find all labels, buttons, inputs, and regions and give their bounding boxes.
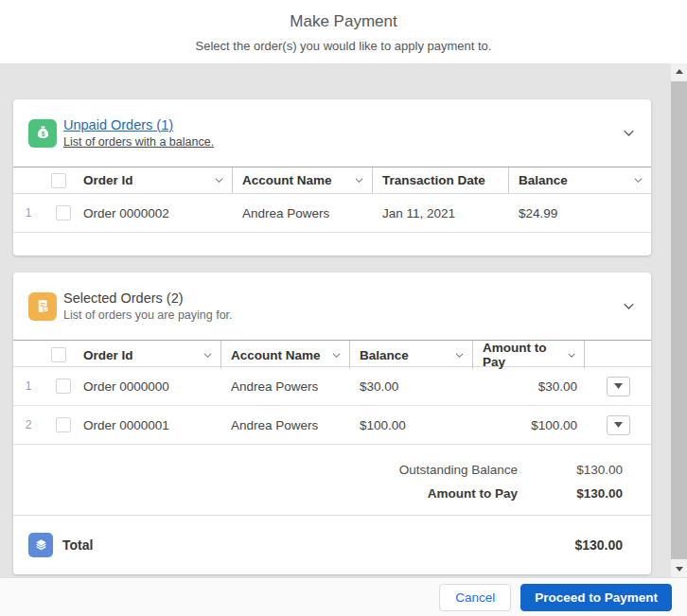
make-payment-dialog: Make Payment Select the order(s) you wou… [0, 0, 687, 616]
caret-down-icon [614, 422, 623, 428]
unpaid-orders-subtitle-link[interactable]: List of orders with a balance. [63, 134, 214, 150]
cancel-button[interactable]: Cancel [439, 584, 511, 611]
row-number: 1 [13, 206, 44, 220]
unpaid-orders-header: $ Unpaid Orders (1) List of orders with … [13, 99, 651, 167]
outstanding-balance-value: $130.00 [518, 463, 623, 477]
column-header-balance[interactable]: Balance [509, 167, 651, 193]
spacer [13, 233, 651, 255]
table-row: 1 Order 0000000 Andrea Powers $30.00 $30… [13, 367, 651, 406]
sort-chevron-icon[interactable] [331, 350, 342, 361]
column-header-balance[interactable]: Balance [350, 341, 473, 369]
unpaid-collapse-chevron-icon[interactable] [622, 126, 636, 140]
actions-column-header [585, 341, 651, 369]
document-check-icon [28, 292, 57, 321]
selected-collapse-chevron-icon[interactable] [622, 299, 636, 313]
sort-chevron-icon[interactable] [454, 350, 465, 361]
page-subtitle: Select the order(s) you would like to ap… [0, 39, 687, 53]
caret-down-icon [614, 383, 623, 389]
table-row: 1 Order 0000002 Andrea Powers Jan 11, 20… [13, 194, 651, 233]
row-checkbox[interactable] [44, 205, 74, 220]
scroll-down-button[interactable] [671, 561, 687, 577]
checkbox[interactable] [56, 205, 71, 220]
arrow-up-icon [676, 69, 683, 74]
payment-summary: Outstanding Balance $130.00 Amount to Pa… [13, 445, 651, 515]
row-actions [585, 415, 651, 435]
scrollbar[interactable] [671, 63, 687, 577]
checkbox[interactable] [56, 417, 71, 432]
cell-balance: $100.00 [350, 418, 473, 432]
cell-order-id: Order 0000001 [74, 418, 221, 432]
row-number: 2 [13, 418, 44, 431]
unpaid-table-header: Order Id Account Name Transaction Date B… [13, 167, 651, 194]
row-checkbox[interactable] [44, 417, 74, 432]
sort-chevron-icon[interactable] [203, 350, 213, 361]
svg-text:$: $ [41, 131, 44, 138]
column-header-order-id[interactable]: Order Id [74, 341, 221, 369]
outstanding-balance-row: Outstanding Balance $130.00 [13, 458, 623, 482]
cell-account-name: Andrea Powers [221, 418, 350, 432]
row-checkbox[interactable] [44, 378, 74, 394]
amount-to-pay-value: $130.00 [518, 486, 623, 501]
total-label: Total [62, 537, 93, 553]
select-all-checkbox[interactable] [44, 167, 74, 193]
unpaid-orders-card: $ Unpaid Orders (1) List of orders with … [13, 99, 651, 255]
cell-balance: $24.99 [509, 206, 651, 220]
total-row: Total $130.00 [13, 515, 651, 574]
cell-account-name: Andrea Powers [233, 206, 373, 220]
dialog-footer: Cancel Proceed to Payment [0, 577, 687, 616]
checkbox[interactable] [56, 378, 71, 394]
column-header-order-id[interactable]: Order Id [74, 167, 233, 193]
cell-account-name: Andrea Powers [221, 379, 350, 394]
dialog-body: $ Unpaid Orders (1) List of orders with … [0, 63, 687, 577]
layers-icon [28, 533, 53, 557]
sort-chevron-icon[interactable] [633, 175, 643, 185]
row-number-header [13, 167, 44, 193]
row-dropdown-button[interactable] [607, 377, 630, 396]
sort-chevron-icon[interactable] [567, 350, 576, 361]
column-header-account-name[interactable]: Account Name [221, 341, 350, 369]
cell-balance: $30.00 [350, 379, 473, 394]
selected-table-header: Order Id Account Name Balance Amount to … [13, 340, 651, 367]
selected-orders-card: Selected Orders (2) List of orders you a… [13, 273, 651, 574]
column-header-transaction-date[interactable]: Transaction Date [373, 167, 509, 193]
row-actions [585, 377, 651, 396]
row-dropdown-button[interactable] [607, 415, 630, 435]
amount-to-pay-label: Amount to Pay [428, 486, 518, 501]
total-value: $130.00 [574, 537, 623, 553]
cell-transaction-date: Jan 11, 2021 [373, 206, 509, 220]
selected-orders-subtitle: List of orders you are paying for. [63, 308, 233, 324]
amount-to-pay-row: Amount to Pay $130.00 [13, 482, 623, 505]
selected-orders-titles: Selected Orders (2) List of orders you a… [63, 290, 233, 324]
cell-amount-to-pay: $30.00 [473, 379, 585, 394]
cell-amount-to-pay: $100.00 [473, 418, 585, 432]
sort-chevron-icon[interactable] [354, 175, 364, 185]
selected-orders-header: Selected Orders (2) List of orders you a… [13, 273, 651, 340]
column-header-account-name[interactable]: Account Name [233, 167, 373, 193]
column-header-amount-to-pay[interactable]: Amount to Pay [473, 341, 585, 369]
cell-order-id: Order 0000002 [74, 206, 233, 220]
table-row: 2 Order 0000001 Andrea Powers $100.00 $1… [13, 406, 651, 445]
dialog-header: Make Payment Select the order(s) you wou… [0, 0, 687, 63]
checkbox[interactable] [51, 347, 66, 362]
sort-chevron-icon[interactable] [214, 175, 224, 185]
scrollbar-thumb[interactable] [671, 81, 687, 559]
selected-orders-title: Selected Orders (2) [63, 290, 233, 308]
cell-order-id: Order 0000000 [74, 379, 221, 394]
row-number: 1 [13, 379, 44, 393]
row-number-header [13, 341, 44, 369]
arrow-down-icon [676, 567, 683, 572]
unpaid-orders-titles: Unpaid Orders (1) List of orders with a … [63, 116, 214, 150]
select-all-checkbox[interactable] [44, 341, 74, 369]
money-bag-icon: $ [28, 119, 57, 148]
proceed-to-payment-button[interactable]: Proceed to Payment [520, 584, 672, 611]
scroll-up-button[interactable] [671, 63, 687, 79]
checkbox[interactable] [51, 173, 66, 188]
unpaid-orders-title-link[interactable]: Unpaid Orders (1) [63, 116, 214, 134]
page-title: Make Payment [0, 0, 687, 31]
outstanding-balance-label: Outstanding Balance [399, 463, 518, 477]
